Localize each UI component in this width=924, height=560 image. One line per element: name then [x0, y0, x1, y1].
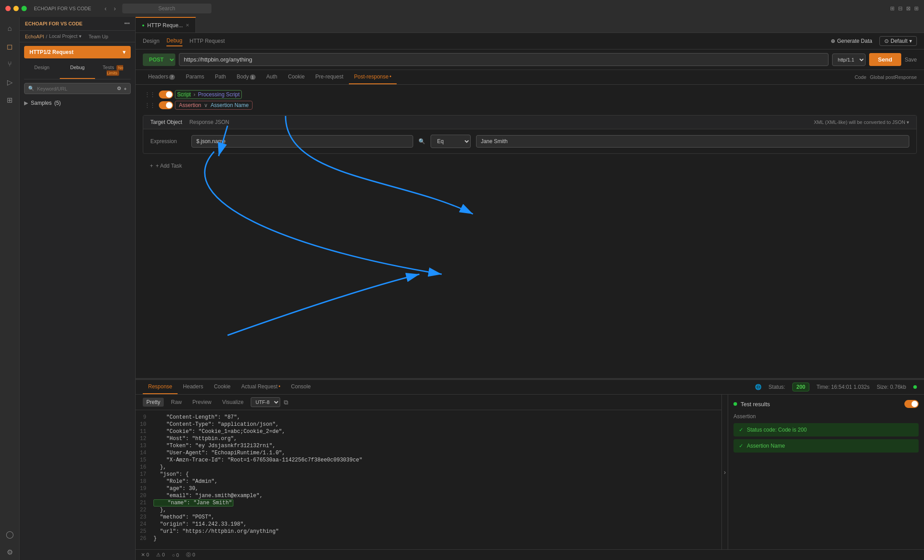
- sidebar-icon-home[interactable]: ⌂: [2, 21, 18, 37]
- sidebar-icon-grid[interactable]: ⊞: [2, 92, 18, 108]
- sidebar-icon-api[interactable]: ◻: [2, 38, 18, 54]
- response-tab-headers[interactable]: Headers: [178, 380, 208, 394]
- req-tab-cookie[interactable]: Cookie: [282, 70, 310, 84]
- expr-icon[interactable]: 🔍: [418, 138, 425, 144]
- response-tab-actual[interactable]: Actual Request•: [236, 380, 286, 394]
- test-results-toggle[interactable]: [904, 400, 919, 408]
- code-line: 25 "url": "https://httpbin.org/anything": [136, 528, 721, 535]
- method-select[interactable]: POST GET: [143, 54, 175, 66]
- value-input[interactable]: [476, 135, 909, 148]
- sidebar-more-icon[interactable]: •••: [124, 21, 130, 27]
- maximize-button[interactable]: [21, 6, 27, 11]
- sidebar-icon-play[interactable]: ▷: [2, 74, 18, 90]
- assertion-item-label-2: Assertion Name: [747, 443, 785, 449]
- sidebar-search-icon3[interactable]: +: [124, 86, 127, 91]
- xml-note: XML (XML-like) will be converted to JSON…: [814, 119, 909, 125]
- body-tab-raw[interactable]: Raw: [167, 398, 185, 407]
- tab-bar: ● HTTP Reque... ✕: [136, 17, 924, 33]
- test-dot: [733, 402, 737, 406]
- script-toggle[interactable]: [159, 91, 173, 99]
- save-button[interactable]: Save: [905, 57, 917, 63]
- expand-button[interactable]: ›: [722, 467, 728, 478]
- status-badge: 200: [792, 383, 809, 391]
- req-tab-body[interactable]: Body1: [231, 70, 261, 84]
- globe-icon: 🌐: [755, 384, 762, 390]
- response-left-panel: Pretty Raw Preview Visualize UTF-8 ⧉ 9 "…: [136, 395, 722, 549]
- minimize-button[interactable]: [13, 6, 19, 11]
- topnav-design[interactable]: Design: [143, 36, 159, 46]
- body-tab-visualize[interactable]: Visualize: [219, 398, 247, 407]
- assertion-section-title: Assertion: [733, 413, 919, 420]
- tab-close-icon[interactable]: ✕: [186, 23, 189, 28]
- code-line: 12 "Host": "httpbin.org",: [136, 435, 721, 442]
- req-tab-path[interactable]: Path: [210, 70, 232, 84]
- url-input[interactable]: [179, 53, 829, 66]
- body-tab-preview[interactable]: Preview: [189, 398, 215, 407]
- req-tab-params[interactable]: Params: [180, 70, 209, 84]
- sidebar-tab-design[interactable]: Design: [24, 62, 60, 79]
- code-label[interactable]: Code: [855, 74, 866, 80]
- sidebar-icon-user[interactable]: ◯: [2, 526, 18, 542]
- add-task-icon: +: [150, 163, 153, 169]
- response-json-label[interactable]: Response JSON: [189, 119, 229, 125]
- sidebar-echoapi[interactable]: EchoAPI: [25, 34, 44, 39]
- code-line: 23 "method": "POST",: [136, 514, 721, 521]
- response-tab-console[interactable]: Console: [286, 380, 316, 394]
- assertion-config: Target Object Response JSON XML (XML-lik…: [143, 115, 917, 154]
- default-button[interactable]: ⊙ Default ▾: [879, 36, 917, 46]
- test-results-label: Test results: [741, 401, 770, 408]
- req-tab-auth[interactable]: Auth: [261, 70, 283, 84]
- sidebar-icon-settings[interactable]: ⚙: [2, 544, 18, 560]
- assertion-item-name: ✓ Assertion Name: [733, 439, 919, 453]
- tree-item-samples[interactable]: ▶ Samples (5): [20, 98, 135, 108]
- sidebar-team[interactable]: Team Up: [89, 34, 108, 39]
- sidebar-search[interactable]: 🔍 ⚙ +: [24, 83, 131, 94]
- tree-arrow: ▶: [24, 100, 28, 106]
- generate-icon: ⊕: [831, 38, 835, 44]
- top-nav: Design Debug HTTP Request ⊕ Generate Dat…: [136, 33, 924, 49]
- sidebar-tab-debug[interactable]: Debug: [60, 62, 95, 79]
- sidebar-search-icon2[interactable]: ⚙: [117, 86, 121, 91]
- drag-handle-assertion: ⋮⋮: [143, 102, 157, 108]
- generate-data-button[interactable]: ⊕ Generate Data: [831, 38, 872, 44]
- sidebar-project[interactable]: Local Project ▾: [49, 33, 82, 39]
- http-request-button[interactable]: HTTP1/2 Request ▾: [24, 46, 131, 58]
- topnav-http[interactable]: HTTP Request: [190, 36, 225, 46]
- global-post-label[interactable]: Global postResponse: [870, 74, 917, 80]
- search-input[interactable]: [122, 4, 211, 13]
- req-tab-postresponse[interactable]: Post-response•: [349, 70, 397, 84]
- nav-back[interactable]: ‹: [102, 4, 109, 13]
- code-line: 17 "json": {: [136, 471, 721, 478]
- response-tab-response[interactable]: Response: [143, 380, 178, 394]
- assertion-toggle[interactable]: [159, 101, 173, 109]
- sidebar-tab-tests[interactable]: Tests No Limits: [95, 62, 131, 79]
- assertion-name-badge: Assertion Name: [211, 102, 249, 108]
- sidebar-app-name: ECHOAPI FOR VS CODE: [25, 21, 83, 26]
- topnav-debug[interactable]: Debug: [166, 36, 182, 46]
- response-tab-cookie[interactable]: Cookie: [208, 380, 236, 394]
- encoding-select[interactable]: UTF-8: [251, 397, 280, 407]
- body-tab-pretty[interactable]: Pretty: [143, 398, 164, 407]
- req-tab-headers[interactable]: Headers7: [143, 70, 180, 84]
- send-button[interactable]: Send: [869, 53, 901, 66]
- target-object-label[interactable]: Target Object: [150, 119, 182, 125]
- default-label: Default: [891, 38, 907, 44]
- close-button[interactable]: [5, 6, 11, 11]
- expression-input[interactable]: [191, 135, 413, 148]
- add-task-button[interactable]: + + Add Task: [143, 157, 917, 174]
- req-tab-prerequest[interactable]: Pre-request: [310, 70, 349, 84]
- tab-http-request[interactable]: ● HTTP Reque... ✕: [136, 17, 196, 33]
- http-version-select[interactable]: http/1.1: [832, 54, 866, 66]
- copy-button[interactable]: ⧉: [284, 399, 288, 406]
- nav-forward[interactable]: ›: [111, 4, 119, 13]
- titlebar-icons: ⊞⊟⊠⊞: [890, 5, 919, 12]
- script-arrow: ›: [194, 91, 195, 98]
- test-results-header: Test results: [733, 400, 919, 408]
- connection-indicator: [913, 385, 917, 389]
- sidebar-icon-branch[interactable]: ⑂: [2, 56, 18, 72]
- search-input[interactable]: [37, 86, 114, 91]
- eq-select[interactable]: Eq Ne Contains: [431, 135, 471, 148]
- sidebar-nav-tabs: Design Debug Tests No Limits: [24, 62, 131, 79]
- status-label: Status:: [769, 384, 785, 390]
- assertion-dropdown[interactable]: ∨: [204, 102, 208, 108]
